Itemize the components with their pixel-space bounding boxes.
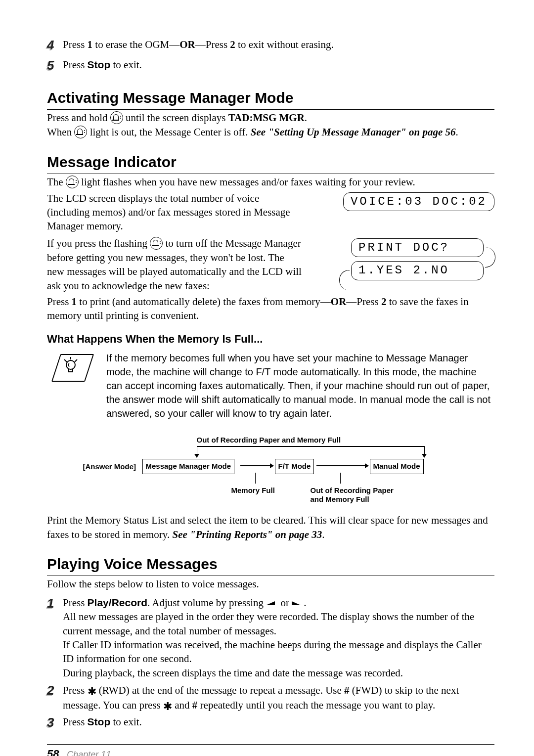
t: —Press: [346, 296, 381, 308]
tad-icon: [74, 126, 87, 138]
t: (RWD) at the end of the message to repea…: [96, 684, 345, 696]
t: The: [47, 176, 66, 188]
t: If you press the flashing: [47, 237, 150, 249]
t: If Caller ID information was received, t…: [63, 638, 494, 666]
t: to exit.: [110, 59, 142, 71]
indicator-p4: Press 1 to print (and automatically dele…: [47, 295, 494, 323]
t: . Adjust volume by pressing: [147, 597, 266, 609]
chapter-label: Chapter 11: [67, 750, 111, 756]
diagram-answer-mode-label: [Answer Mode]: [83, 462, 136, 472]
lcd-voice-doc: VOICE:03 DOC:02: [343, 192, 494, 211]
step-4-text: Press 1 to erase the OGM—OR—Press 2 to e…: [61, 38, 494, 51]
lightbulb-note-icon: [51, 354, 94, 382]
stop-key: Stop: [88, 716, 111, 727]
key-1: 1: [88, 39, 93, 50]
diagram-box-manual: Manual Mode: [370, 459, 424, 474]
tad-icon: [66, 176, 79, 188]
t: to print (and automatically delete) the …: [77, 296, 331, 308]
svg-point-0: [66, 360, 75, 369]
t: .: [322, 529, 324, 540]
t: When: [47, 126, 74, 138]
heading-activating: Activating Message Manager Mode: [47, 88, 494, 110]
tip-row: If the memory becomes full when you have…: [47, 351, 494, 420]
lcd-wrap-print: PRINT DOC?: [340, 238, 494, 257]
step-5-text: Press Stop to exit.: [61, 58, 494, 72]
star-key-icon: ✱: [88, 684, 96, 699]
diagram-under-2b: and Memory Full: [311, 494, 369, 504]
t: Press: [63, 684, 88, 696]
t: and: [172, 699, 192, 711]
t: to exit without erasing.: [235, 39, 334, 50]
or: OR: [179, 39, 195, 50]
t: or: [278, 597, 292, 609]
indicator-p1: The light flashes when you have new mess…: [47, 175, 494, 189]
t: During playback, the screen displays the…: [63, 666, 494, 680]
t: repeatedly until you reach the message y…: [197, 699, 435, 711]
heading-playing: Playing Voice Messages: [47, 554, 494, 576]
t: Press: [63, 59, 88, 71]
diagram-under-1: Memory Full: [231, 486, 275, 495]
play-record-key: Play/Record: [88, 597, 147, 608]
hash-key: #: [344, 684, 350, 696]
step-5: 5 Press Stop to exit.: [47, 58, 494, 75]
step-number: 1: [47, 595, 58, 612]
step-number: 3: [47, 714, 58, 731]
t: light flashes when you have new messages…: [79, 176, 415, 188]
t: —Press: [195, 39, 230, 50]
indicator-row-2: If you press the flashing to turn off th…: [47, 236, 494, 293]
lcd-print-doc: PRINT DOC?: [351, 238, 484, 257]
heading-memory-full: What Happens When the Memory Is Full...: [47, 332, 494, 347]
t: .: [305, 112, 307, 124]
memory-full-tip: If the memory becomes full when you have…: [106, 351, 494, 420]
play-step-1-text: Press Play/Record. Adjust volume by pres…: [61, 596, 494, 680]
hash-key: #: [192, 699, 198, 711]
memory-status-p: Print the Memory Status List and select …: [47, 513, 494, 541]
t: All new messages are played in the order…: [63, 610, 494, 638]
playing-intro: Follow the steps below to listen to voic…: [47, 577, 494, 591]
activating-body: Press and hold until the screen displays…: [47, 111, 494, 139]
lcd-yes-no: 1.YES 2.NO: [351, 261, 484, 280]
key-2: 2: [381, 296, 387, 308]
page-footer: 58 Chapter 11: [47, 744, 494, 756]
play-step-2-text: Press ✱ (RWD) at the end of the message …: [61, 683, 494, 712]
svg-line-2: [75, 359, 77, 362]
t: Press: [47, 296, 72, 308]
indicator-p2: The LCD screen displays the total number…: [47, 191, 304, 233]
mode-flow-diagram: Out of Recording Paper and Memory Full […: [83, 435, 459, 504]
diagram-box-mmm: Message Manager Mode: [142, 459, 235, 474]
step-number: 2: [47, 682, 58, 699]
step-number: 5: [47, 57, 58, 74]
step-number: 4: [47, 37, 58, 54]
t: .: [455, 126, 458, 138]
key-2: 2: [230, 39, 235, 50]
step-4: 4 Press 1 to erase the OGM—OR—Press 2 to…: [47, 38, 494, 55]
tad-label: TAD:MSG MGR: [228, 112, 305, 124]
see-ref: See "Printing Reports" on page 33: [173, 529, 322, 540]
tad-icon: [150, 237, 163, 250]
volume-up-icon: [292, 601, 304, 606]
indicator-row-1: The LCD screen displays the total number…: [47, 191, 494, 233]
play-step-3: 3 Press Stop to exit.: [47, 715, 494, 732]
t: Press and hold: [47, 112, 110, 124]
play-step-1: 1 Press Play/Record. Adjust volume by pr…: [47, 596, 494, 680]
t: light is out, the Message Center is off.: [87, 126, 250, 138]
heading-indicator: Message Indicator: [47, 152, 494, 174]
stop-key: Stop: [88, 59, 111, 70]
t: Press: [63, 597, 88, 609]
play-step-3-text: Press Stop to exit.: [61, 715, 494, 729]
diagram-box-ft: F/T Mode: [275, 459, 314, 474]
t: until the screen displays: [123, 112, 228, 124]
indicator-p3: If you press the flashing to turn off th…: [47, 236, 304, 293]
tip-icon-box: [47, 351, 106, 420]
page-number: 58: [47, 748, 59, 756]
see-ref: See "Setting Up Message Manager" on page…: [251, 126, 456, 138]
lcd-wrap-yesno: 1.YES 2.NO: [340, 261, 494, 280]
t: to erase the OGM—: [92, 39, 179, 50]
play-step-2: 2 Press ✱ (RWD) at the end of the messag…: [47, 683, 494, 712]
svg-line-1: [64, 359, 67, 362]
t: Press: [63, 39, 88, 50]
or: OR: [331, 296, 347, 308]
star-key-icon: ✱: [163, 699, 172, 714]
volume-down-icon: [266, 601, 278, 606]
key-1: 1: [72, 296, 77, 308]
